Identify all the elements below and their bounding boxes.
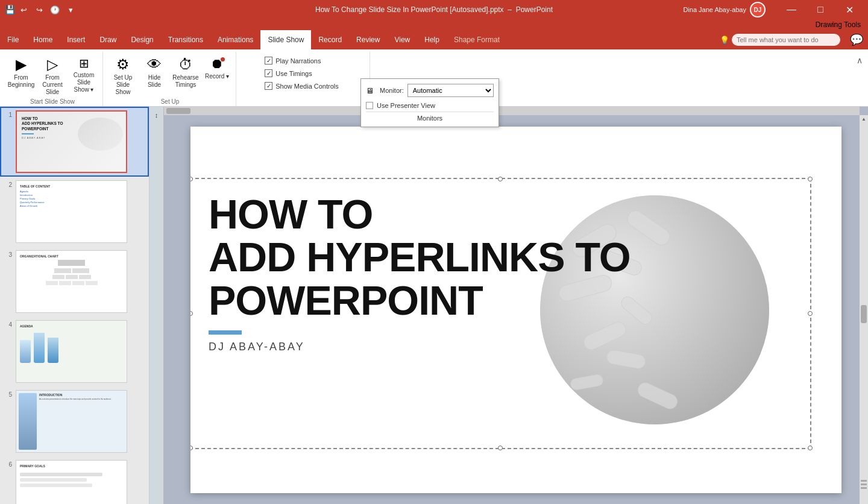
scroll-thumb[interactable] xyxy=(861,305,867,323)
scroll-up-arrow[interactable]: ▲ xyxy=(861,116,866,122)
play-narrations-checkbox[interactable]: ✓ xyxy=(265,57,272,65)
tab-insert[interactable]: Insert xyxy=(60,30,92,49)
search-input[interactable] xyxy=(732,34,840,46)
tab-draw[interactable]: Draw xyxy=(92,30,124,49)
slide-num-2: 2 xyxy=(5,180,12,188)
slide-preview-4: AGENDA xyxy=(16,320,127,383)
drawing-tools-label: Drawing Tools xyxy=(816,20,861,29)
handle-bm[interactable] xyxy=(498,446,503,450)
from-current-icon: ▷ xyxy=(47,56,58,73)
collapse-ribbon-button[interactable]: ∧ xyxy=(854,54,866,66)
slide-thumb-5[interactable]: 5 INTRODUCTION An overview presentation … xyxy=(0,386,149,456)
right-scrollbar[interactable]: ▲ ▼ xyxy=(860,115,868,504)
close-button[interactable]: ✕ xyxy=(835,0,863,19)
ribbon-tabs: File Home Insert Draw Design Transitions… xyxy=(0,30,868,49)
tab-transitions[interactable]: Transitions xyxy=(161,30,210,49)
share-button[interactable]: 💬 xyxy=(845,30,868,49)
tab-shape-format[interactable]: Shape Format xyxy=(447,30,507,49)
handle-mr[interactable] xyxy=(808,311,813,316)
username-label: Dina Jane Abay-abay xyxy=(683,6,746,13)
rehearse-label: RehearseTimings xyxy=(172,74,198,89)
customize-qat-button[interactable]: ▾ xyxy=(64,3,77,16)
canvas-area: HOW TO ADD HYPERLINKS TO POWERPOINT DJ A… xyxy=(164,107,868,504)
slide-num-6: 6 xyxy=(5,460,12,468)
from-current-label: FromCurrent Slide xyxy=(39,74,66,96)
record-dot xyxy=(221,57,225,61)
from-current-slide-button[interactable]: ▷ FromCurrent Slide xyxy=(37,53,68,98)
lightbulb-icon: 💡 xyxy=(720,36,729,45)
horizontal-scrollbar[interactable] xyxy=(164,107,860,115)
slide-thumb-1[interactable]: 1 HOW TOADD HYPERLINKS TOPOWERPOINT DJ A… xyxy=(0,107,149,177)
undo-button[interactable]: ↩ xyxy=(17,3,30,16)
window-title: How To Change Slide Size In PowerPoint [… xyxy=(315,5,553,14)
handle-bl[interactable] xyxy=(190,446,193,450)
group-start-label: Start Slide Show xyxy=(6,98,99,106)
monitor-select[interactable]: Automatic Primary Monitor Secondary Moni… xyxy=(407,84,494,97)
from-beginning-label: FromBeginning xyxy=(8,74,34,89)
slide-num-1: 1 xyxy=(5,110,12,118)
tell-me-area: 💡 xyxy=(720,30,845,49)
tab-file[interactable]: File xyxy=(0,30,26,49)
from-beginning-button[interactable]: ▶ FromBeginning xyxy=(6,53,36,90)
minimize-button[interactable]: — xyxy=(778,0,805,19)
slide-thumb-3[interactable]: 3 ORGANIZATIONAL CHART xyxy=(0,247,149,317)
checkbox-group: ✓ Play Narrations ✓ Use Timings ✓ Show M… xyxy=(265,55,339,91)
hide-slide-label: HideSlide xyxy=(148,74,161,89)
slide-preview-5: INTRODUCTION An overview presentation to… xyxy=(16,390,127,453)
tab-home[interactable]: Home xyxy=(26,30,60,49)
handle-tl[interactable] xyxy=(190,177,193,181)
maximize-button[interactable]: □ xyxy=(807,0,834,19)
autosave-icon[interactable]: 🕐 xyxy=(48,3,61,16)
hide-slide-button[interactable]: 👁 HideSlide xyxy=(139,53,169,90)
slide-thumb-6[interactable]: 6 PRIMARY GOALS xyxy=(0,456,149,504)
tab-record[interactable]: Record xyxy=(311,30,349,49)
use-presenter-view-checkbox[interactable] xyxy=(366,102,373,109)
h-scroll-thumb[interactable] xyxy=(166,108,190,114)
avatar[interactable]: DJ xyxy=(750,2,766,17)
slide-text-content: HOW TO ADD HYPERLINKS TO POWERPOINT DJ A… xyxy=(209,193,721,353)
tab-slideshow[interactable]: Slide Show xyxy=(260,30,311,49)
tab-animations[interactable]: Animations xyxy=(210,30,260,49)
record-button[interactable]: ⏺ Record ▾ xyxy=(202,53,232,90)
show-media-controls-checkbox[interactable]: ✓ xyxy=(265,82,272,90)
slide-num-3: 3 xyxy=(5,250,12,258)
main-area: 1 HOW TOADD HYPERLINKS TOPOWERPOINT DJ A… xyxy=(0,107,868,504)
tab-review[interactable]: Review xyxy=(349,30,387,49)
slide-title-line1: HOW TO xyxy=(209,193,721,236)
slide-title-line2: ADD HYPERLINKS TO xyxy=(209,236,721,279)
tab-view[interactable]: View xyxy=(387,30,417,49)
app-label: PowerPoint xyxy=(516,5,553,14)
handle-tr[interactable] xyxy=(808,177,813,181)
use-timings-checkbox[interactable]: ✓ xyxy=(265,69,272,77)
play-narrations-row: ✓ Play Narrations xyxy=(265,57,339,65)
scroll-extra-3 xyxy=(861,487,867,489)
slide-preview-3: ORGANIZATIONAL CHART xyxy=(16,250,127,313)
set-up-label: Set UpSlide Show xyxy=(110,74,136,96)
quick-access-toolbar: 💾 ↩ ↪ 🕐 ▾ xyxy=(5,3,77,16)
custom-slide-show-button[interactable]: ⊞ Custom SlideShow ▾ xyxy=(69,53,99,95)
group-monitors-label xyxy=(241,105,362,106)
handle-tm[interactable] xyxy=(498,177,503,181)
slide-thumb-2[interactable]: 2 TABLE OF CONTENT Agenda Introduction P… xyxy=(0,177,149,247)
set-up-slideshow-button[interactable]: ⚙ Set UpSlide Show xyxy=(108,53,138,98)
window-controls: — □ ✕ xyxy=(778,0,863,19)
group-setup: ⚙ Set UpSlide Show 👁 HideSlide ⏱ Rehears… xyxy=(104,52,236,106)
save-icon[interactable]: 💾 xyxy=(5,5,14,14)
record-icon-wrapper: ⏺ xyxy=(210,56,224,72)
redo-button[interactable]: ↪ xyxy=(33,3,46,16)
slide-thumb-4[interactable]: 4 AGENDA xyxy=(0,317,149,386)
monitor-icon: 🖥 xyxy=(366,86,374,95)
title-bar: 💾 ↩ ↪ 🕐 ▾ How To Change Slide Size In Po… xyxy=(0,0,868,19)
set-up-icon: ⚙ xyxy=(116,56,130,73)
tab-help[interactable]: Help xyxy=(417,30,447,49)
left-tool-1[interactable]: ↕ xyxy=(151,109,163,121)
slide-preview-6: PRIMARY GOALS xyxy=(16,460,127,504)
zoom-controls xyxy=(860,480,868,489)
handle-br[interactable] xyxy=(808,446,813,450)
use-timings-label: Use Timings xyxy=(275,70,312,77)
tab-design[interactable]: Design xyxy=(124,30,160,49)
slide-title-line3: POWERPOINT xyxy=(209,279,721,322)
rehearse-timings-button[interactable]: ⏱ RehearseTimings xyxy=(171,53,201,90)
handle-ml[interactable] xyxy=(190,311,193,316)
hide-slide-icon: 👁 xyxy=(147,56,162,73)
